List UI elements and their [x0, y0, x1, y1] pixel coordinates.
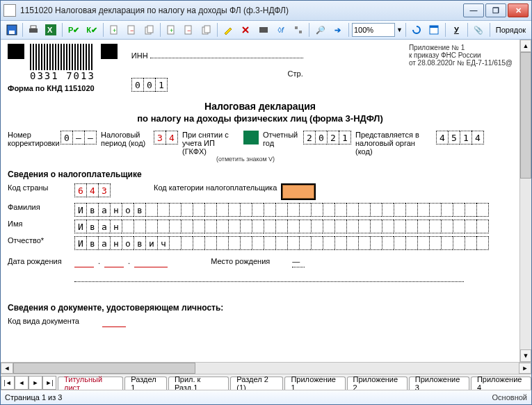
print-icon[interactable]	[26, 22, 42, 38]
underline-icon[interactable]: У	[449, 22, 465, 38]
status-mode: Основной	[492, 393, 527, 402]
order-link[interactable]: Порядок	[493, 26, 529, 34]
zoom-combo[interactable]	[352, 23, 395, 37]
svg-rect-1	[9, 31, 15, 34]
period-label: Налоговый период (код)	[101, 131, 150, 147]
find-icon[interactable]: 🔎	[312, 22, 328, 38]
function-icon[interactable]: ◊f	[273, 22, 289, 38]
svg-rect-3	[31, 26, 36, 28]
save-icon[interactable]	[3, 22, 19, 38]
section-del-icon[interactable]: −	[181, 22, 197, 38]
clear-icon[interactable]	[238, 22, 254, 38]
dob-month[interactable]	[104, 257, 124, 267]
document-icon	[3, 4, 16, 17]
page-del-icon[interactable]: −	[124, 22, 140, 38]
goto-icon[interactable]: ➔	[330, 22, 346, 38]
ip-checkbox[interactable]	[243, 131, 259, 144]
tab-next-icon[interactable]: ►	[29, 376, 42, 390]
year-cell[interactable]: 2	[303, 131, 315, 144]
year-cell[interactable]: 1	[339, 131, 351, 144]
tab-last-icon[interactable]: ►|	[42, 376, 56, 390]
corr-cell[interactable]: —	[72, 131, 84, 144]
status-bar: Страница 1 из 3 Основной	[1, 390, 531, 404]
country-cell[interactable]: 6	[74, 183, 86, 197]
organ-cell[interactable]: 4	[436, 131, 448, 144]
country-cell[interactable]: 4	[86, 183, 98, 197]
scroll-left-icon[interactable]: ◄	[1, 363, 13, 374]
highlight-icon[interactable]	[220, 22, 236, 38]
year-cell[interactable]: 0	[315, 131, 327, 144]
film-icon[interactable]	[255, 22, 271, 38]
page-digit: 0	[143, 78, 155, 92]
refresh-icon[interactable]	[409, 22, 425, 38]
svg-rect-11	[147, 26, 153, 33]
svg-text:X: X	[47, 26, 53, 34]
window-icon[interactable]	[426, 22, 442, 38]
check-k-icon[interactable]: К✔	[83, 22, 100, 38]
lastname-field[interactable]: Иванов	[74, 203, 489, 217]
middlename-field[interactable]: Иванович	[74, 236, 489, 250]
document-body: 0331 7013 Форма по КНД 1151020 ИНН Стр. …	[1, 40, 519, 362]
window-title: 1151020 Налоговая декларация по налогу н…	[20, 6, 463, 15]
toolbar: X Р✔ К✔ + − + − ◊f 🔎 ➔ ▼ У 📎 Порядок	[1, 21, 531, 40]
tab-app3[interactable]: Приложение 3	[409, 377, 469, 390]
corr-cell[interactable]: —	[84, 131, 97, 144]
sheet-tabs: |◄ ◄ ► ►| Титульный лист Раздел 1 Прил. …	[1, 374, 531, 390]
period-cell[interactable]: 3	[154, 131, 166, 144]
pob-line2[interactable]	[74, 272, 464, 282]
barcode-number: 0331 7013	[30, 70, 95, 81]
excel-icon[interactable]: X	[43, 22, 59, 38]
category-field[interactable]	[281, 183, 316, 200]
page-digit: 1	[155, 78, 168, 92]
tab-title-sheet[interactable]: Титульный лист	[58, 377, 123, 390]
organ-cell[interactable]: 4	[471, 131, 484, 144]
svg-rect-21	[299, 31, 302, 33]
page-copy-icon[interactable]	[141, 22, 157, 38]
marker-box	[101, 44, 118, 59]
organ-cell[interactable]: 5	[448, 131, 460, 144]
inn-field[interactable]	[150, 48, 303, 58]
check-p-icon[interactable]: Р✔	[65, 22, 82, 38]
pob-field[interactable]: —	[292, 257, 305, 267]
tab-app1[interactable]: Приложение 1	[284, 377, 345, 390]
tab-app2[interactable]: Приложение 2	[347, 377, 408, 390]
period-cell[interactable]: 4	[166, 131, 178, 144]
tab-prev-icon[interactable]: ◄	[15, 376, 29, 390]
marker-box	[8, 44, 24, 59]
ip-note: (отметить знаком V)	[216, 156, 513, 163]
scroll-down-icon[interactable]: ▼	[520, 349, 531, 362]
document-title: Налоговая декларация	[8, 101, 513, 112]
corr-cell[interactable]: 0	[61, 131, 72, 144]
maximize-button[interactable]: ❐	[485, 3, 506, 17]
svg-rect-23	[430, 26, 438, 28]
section-copy-icon[interactable]	[198, 22, 214, 38]
scroll-up-icon[interactable]: ▲	[520, 40, 531, 52]
doc-type-field[interactable]	[102, 317, 126, 327]
scroll-right-icon[interactable]: ►	[519, 363, 531, 374]
page-add-icon[interactable]: +	[106, 22, 122, 38]
vertical-scrollbar[interactable]: ▲ ▼	[519, 40, 531, 362]
inn-label: ИНН	[131, 51, 148, 60]
year-cell[interactable]: 2	[327, 131, 339, 144]
tab-app-sect1[interactable]: Прил. к Разд.1	[168, 377, 229, 390]
tools-icon[interactable]	[290, 22, 306, 38]
tab-section2[interactable]: Раздел 2 (1)	[230, 377, 283, 390]
country-cell[interactable]: 3	[98, 183, 111, 197]
tab-section1[interactable]: Раздел 1	[124, 377, 167, 390]
tab-first-icon[interactable]: |◄	[1, 376, 15, 390]
tab-app4[interactable]: Приложение 4	[471, 377, 531, 390]
middlename-label: Отчество*	[8, 236, 70, 245]
firstname-field[interactable]: Иван	[74, 220, 489, 233]
svg-text:+: +	[113, 27, 116, 34]
organ-cell[interactable]: 1	[460, 131, 471, 144]
attach-icon[interactable]: 📎	[471, 22, 487, 38]
section-add-icon[interactable]: +	[163, 22, 179, 38]
page-label: Стр.	[288, 69, 303, 78]
svg-marker-18	[225, 28, 232, 35]
dob-day[interactable]	[74, 257, 94, 267]
horizontal-scrollbar[interactable]: ◄ ►	[1, 362, 531, 374]
close-button[interactable]: ✕	[508, 3, 529, 17]
corr-label: Номер корректировки	[8, 131, 56, 147]
dob-year[interactable]	[134, 257, 168, 267]
minimize-button[interactable]: —	[463, 3, 484, 17]
